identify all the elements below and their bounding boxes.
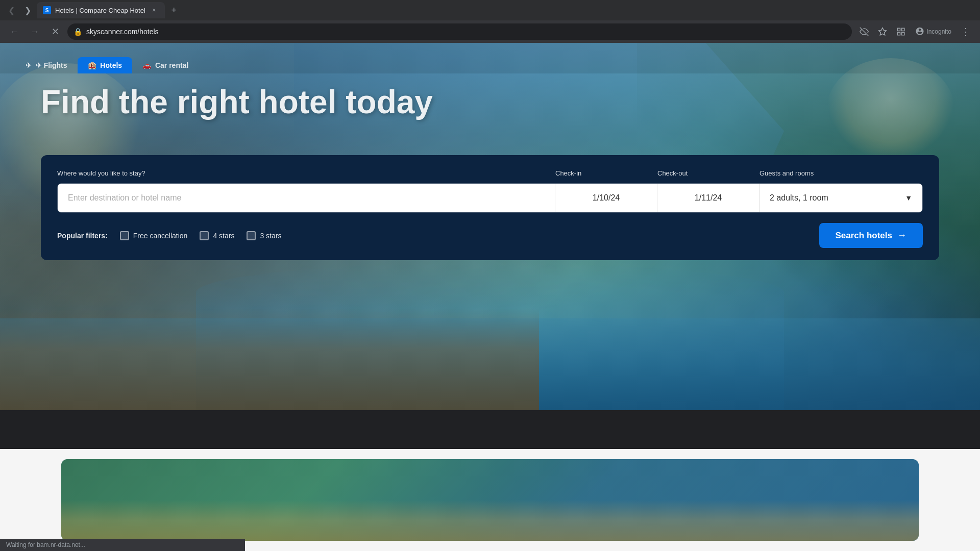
4-stars-checkbox[interactable] [200,231,209,240]
filters-section: Popular filters: Free cancellation 4 sta… [57,231,281,240]
guests-value: 2 adults, 1 room [770,193,828,203]
free-cancellation-checkbox[interactable] [120,231,129,240]
3-stars-label: 3 stars [260,232,281,240]
filters-label: Popular filters: [57,232,108,240]
svg-marker-1 [879,28,887,35]
filter-free-cancellation[interactable]: Free cancellation [120,231,188,240]
hotels-label: Hotels [100,61,122,69]
guests-label: Guests and rooms [760,169,923,177]
nav-tab-hotels[interactable]: 🏨 Hotels [78,57,133,73]
tab-bar: ❮ ❯ S Hotels | Compare Cheap Hotel × + [0,0,980,20]
tab-close-button[interactable]: × [150,6,159,15]
tab-favicon: S [43,6,51,14]
checkin-input[interactable] [555,184,657,212]
bottom-card [61,459,919,541]
bookmark-button[interactable] [874,23,891,40]
tab-nav-forward[interactable]: ❯ [20,3,35,17]
checkout-input[interactable] [657,184,759,212]
secure-icon: 🔒 [74,28,82,36]
destination-label: Where would you like to stay? [57,169,555,177]
guests-dropdown[interactable]: 2 adults, 1 room ▼ [759,184,922,212]
browser-toolbar: ← → ✕ 🔒 skyscanner.com/hotels [0,20,980,43]
flights-label: ✈ Flights [36,61,67,69]
car-rental-label: Car rental [155,61,188,69]
umbrella-shape-right [827,58,954,160]
new-tab-button[interactable]: + [167,3,181,17]
svg-rect-3 [902,28,904,31]
form-inputs: 2 adults, 1 room ▼ [57,183,923,213]
search-form: Where would you like to stay? Check-in C… [41,155,939,260]
beach-sand [61,500,919,541]
svg-rect-4 [902,33,904,35]
filter-4-stars[interactable]: 4 stars [200,231,234,240]
checkin-label: Check-in [555,169,657,177]
4-stars-label: 4 stars [213,232,234,240]
checkout-label: Check-out [657,169,760,177]
filter-3-stars[interactable]: 3 stars [247,231,281,240]
skyscanner-nav: ✈ ✈ Flights 🏨 Hotels 🚗 Car rental [0,43,980,73]
search-hotels-button[interactable]: Search hotels → [819,223,923,248]
form-bottom: Popular filters: Free cancellation 4 sta… [57,223,923,248]
active-tab[interactable]: S Hotels | Compare Cheap Hotel × [37,2,165,18]
tab-grid-button[interactable] [893,23,909,40]
incognito-label: Incognito [926,28,951,35]
toolbar-actions: Incognito ⋮ [856,23,974,40]
search-button-arrow: → [897,230,906,241]
status-bar: Waiting for bam.nr-data.net... [0,539,245,551]
browser-chrome: ❮ ❯ S Hotels | Compare Cheap Hotel × + ←… [0,0,980,43]
skyscanner-nav-tabs: ✈ ✈ Flights 🏨 Hotels 🚗 Car rental [0,57,199,73]
search-button-label: Search hotels [836,231,893,241]
menu-button[interactable]: ⋮ [958,23,974,40]
reload-button[interactable]: ✕ [47,23,63,40]
hero-headline: Find the right hotel today [41,84,433,121]
status-text: Waiting for bam.nr-data.net... [6,541,85,548]
tab-nav-back[interactable]: ❮ [4,3,18,17]
url-text: skyscanner.com/hotels [86,28,846,36]
flights-icon: ✈ [26,61,32,69]
car-icon: 🚗 [142,61,151,69]
back-button[interactable]: ← [6,23,22,40]
nav-tab-flights[interactable]: ✈ ✈ Flights [15,57,78,73]
svg-rect-5 [898,33,900,35]
nav-tab-car-rental[interactable]: 🚗 Car rental [132,57,199,73]
tab-title: Hotels | Compare Cheap Hotel [55,7,145,14]
3-stars-checkbox[interactable] [247,231,256,240]
form-labels: Where would you like to stay? Check-in C… [57,169,923,177]
free-cancellation-label: Free cancellation [133,232,188,240]
hotels-icon: 🏨 [88,61,96,69]
address-bar[interactable]: 🔒 skyscanner.com/hotels [67,23,852,40]
deck-area [0,308,539,410]
svg-rect-2 [898,28,900,31]
dropdown-arrow-icon: ▼ [905,194,912,202]
lower-content [0,449,980,551]
destination-input[interactable] [58,184,555,212]
eye-slash-button[interactable] [856,23,872,40]
forward-button[interactable]: → [27,23,43,40]
page-content: ✈ ✈ Flights 🏨 Hotels 🚗 Car rental Find t… [0,43,980,551]
incognito-badge: Incognito [911,23,955,40]
